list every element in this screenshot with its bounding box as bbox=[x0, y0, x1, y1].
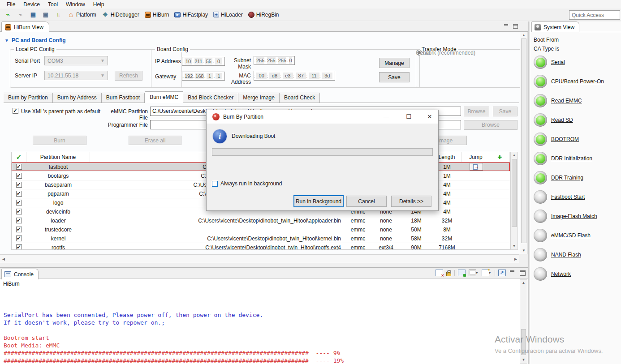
tab-system-view[interactable]: System View bbox=[531, 21, 579, 32]
ip-octet[interactable]: 55 bbox=[205, 58, 212, 64]
boot-step-label[interactable]: BOOTROM bbox=[551, 136, 579, 142]
burn-tab[interactable]: Board Check bbox=[280, 93, 320, 103]
menu-item[interactable]: File bbox=[3, 1, 19, 8]
console-output[interactable]: SerialPort has been connented, Please po… bbox=[4, 288, 517, 363]
mac-octet[interactable]: 11 bbox=[309, 73, 319, 79]
toolbar-app-button[interactable]: HiLoader bbox=[211, 10, 246, 19]
erase-all-button[interactable]: Erase all bbox=[129, 136, 181, 145]
toolbar-app-button[interactable]: HiDebugger bbox=[99, 10, 142, 20]
row-checkbox[interactable] bbox=[16, 227, 22, 232]
view-scrollbar[interactable]: ▲ ▼ bbox=[520, 32, 528, 254]
console-toolbar-button[interactable]: ▼ bbox=[520, 270, 526, 276]
toolbar-icon-button[interactable] bbox=[14, 10, 27, 20]
table-scrollbar[interactable]: ▲ ▼ bbox=[510, 152, 518, 250]
dialog-title-bar[interactable]: Burn By Partition — ☐ ✕ bbox=[207, 110, 438, 124]
console-toolbar-button[interactable]: ▼ bbox=[446, 270, 451, 276]
boot-step-label[interactable]: Fastboot Start bbox=[551, 194, 585, 200]
scrollbar-thumb[interactable] bbox=[521, 39, 526, 243]
row-checkbox[interactable] bbox=[16, 182, 22, 188]
boot-step-label[interactable]: NAND Flash bbox=[551, 252, 581, 258]
ip-address-field[interactable]: 10211550 bbox=[182, 57, 225, 66]
console-toolbar-button[interactable]: ▼ bbox=[458, 270, 466, 276]
toolbar-app-button[interactable]: HiRegBin bbox=[246, 10, 282, 19]
menu-item[interactable]: Window bbox=[62, 1, 89, 8]
browse-partition-button[interactable]: Browse bbox=[464, 107, 489, 116]
save-board-button[interactable]: Save bbox=[379, 72, 410, 82]
quick-access-input[interactable] bbox=[569, 10, 620, 20]
subnet-octet[interactable]: 255 bbox=[278, 57, 286, 64]
menu-item[interactable]: Help bbox=[89, 1, 108, 8]
gateway-octet[interactable]: 192 bbox=[185, 73, 193, 79]
table-row[interactable]: kernel C:\Users\vicente\Desktop\dinobot_… bbox=[12, 234, 510, 243]
scroll-up-icon[interactable]: ▲ bbox=[520, 280, 527, 286]
burn-tab[interactable]: Merge Image bbox=[238, 93, 280, 103]
serial-port-select[interactable]: COM3 ▼ bbox=[44, 56, 108, 65]
mac-octet[interactable]: 87 bbox=[296, 73, 306, 79]
console-toolbar-button[interactable]: ▼ bbox=[482, 270, 492, 276]
console-toolbar-button[interactable]: ▼ bbox=[436, 270, 443, 276]
burn-tab[interactable]: Bad Block Checker bbox=[183, 93, 238, 103]
table-row[interactable]: loader C:\Users\vicente\Desktop\dinobot_… bbox=[12, 216, 510, 225]
boot-step-label[interactable]: DDR Initialization bbox=[551, 155, 592, 162]
dialog-maximize-icon[interactable]: ☐ bbox=[405, 113, 413, 120]
horizontal-scrollbar[interactable]: ◄ ► bbox=[0, 254, 519, 263]
toolbar-icon-button[interactable] bbox=[2, 10, 14, 20]
mac-address-field[interactable]: 00d8e387113d bbox=[254, 71, 335, 81]
scrollbar-thumb[interactable] bbox=[512, 159, 517, 227]
tab-console[interactable]: Console bbox=[1, 269, 39, 279]
mac-octet[interactable]: 3d bbox=[322, 73, 332, 79]
console-toolbar-button[interactable]: ▼ bbox=[495, 270, 495, 276]
table-row[interactable]: trustedcore emmc none 50M 8M bbox=[12, 225, 510, 234]
boot-step-label[interactable]: DDR Training bbox=[551, 175, 583, 181]
subnet-octet[interactable]: 255 bbox=[256, 57, 264, 64]
minimize-panel-icon[interactable] bbox=[504, 24, 509, 29]
console-toolbar-button[interactable]: ▼ bbox=[498, 270, 506, 276]
console-scrollbar[interactable]: ▲ ▼ bbox=[520, 279, 527, 364]
row-checkbox[interactable] bbox=[16, 173, 22, 179]
scroll-right-icon[interactable]: ► bbox=[512, 255, 519, 263]
row-checkbox[interactable] bbox=[16, 209, 22, 214]
console-toolbar-button[interactable]: ▼ bbox=[509, 270, 517, 276]
burn-button[interactable]: Burn bbox=[33, 136, 86, 145]
jump-icon[interactable] bbox=[470, 163, 483, 171]
scroll-down-icon[interactable]: ▼ bbox=[520, 357, 527, 363]
boot-step-label[interactable]: Image-Flash Match bbox=[551, 213, 597, 219]
scroll-left-icon[interactable]: ◄ bbox=[0, 255, 7, 263]
scroll-up-icon[interactable]: ▲ bbox=[520, 32, 527, 39]
mac-octet[interactable]: e3 bbox=[283, 73, 293, 79]
boot-step-label[interactable]: Network bbox=[551, 271, 571, 277]
boot-step-label[interactable]: Serial bbox=[551, 59, 565, 65]
cancel-button[interactable]: Cancel bbox=[346, 196, 387, 207]
boot-step-label[interactable]: CPU/Board Power-On bbox=[551, 78, 604, 85]
toolbar-app-button[interactable]: HiFastplay bbox=[172, 10, 211, 19]
burn-tab[interactable]: Burn by Partition bbox=[4, 93, 53, 103]
row-checkbox[interactable] bbox=[16, 244, 22, 250]
burn-tab[interactable]: Burn Fastboot bbox=[102, 93, 145, 103]
plus-icon[interactable] bbox=[498, 153, 502, 161]
manage-button[interactable]: Manage bbox=[379, 58, 410, 68]
use-xml-checkbox[interactable] bbox=[13, 108, 18, 114]
console-toolbar-button[interactable]: ▼ bbox=[454, 270, 455, 276]
ip-octet[interactable]: 10 bbox=[185, 58, 192, 64]
maximize-panel-icon[interactable] bbox=[513, 24, 518, 29]
save-partition-button[interactable]: Save bbox=[493, 107, 518, 116]
column-partition-name[interactable]: Partition Name bbox=[26, 152, 90, 162]
scroll-down-icon[interactable]: ▼ bbox=[520, 248, 527, 254]
row-checkbox[interactable] bbox=[16, 200, 22, 206]
toolbar-icon-button[interactable] bbox=[39, 10, 52, 20]
menu-item[interactable]: Tool bbox=[44, 1, 62, 8]
gateway-octet[interactable]: 168 bbox=[195, 73, 203, 79]
row-checkbox[interactable] bbox=[16, 236, 22, 241]
boot-step-label[interactable]: Read EMMC bbox=[551, 98, 582, 104]
toolbar-app-button[interactable]: HiBurn bbox=[142, 10, 172, 19]
subnet-octet[interactable]: 0 bbox=[289, 57, 292, 64]
always-run-background-checkbox[interactable] bbox=[212, 181, 218, 187]
boot-step-label[interactable]: eMMC/SD Flash bbox=[551, 232, 591, 239]
row-checkbox[interactable] bbox=[16, 164, 22, 170]
table-row[interactable]: rootfs C:\Users\vicente\Desktop\dinobot_… bbox=[12, 243, 510, 250]
boot-step-label[interactable]: Read SD bbox=[551, 117, 573, 123]
console-toolbar-button[interactable]: ▼ bbox=[469, 270, 479, 276]
mac-octet[interactable]: d8 bbox=[269, 73, 280, 79]
toolbar-app-button[interactable]: Platform bbox=[65, 10, 99, 20]
row-checkbox[interactable] bbox=[16, 191, 22, 197]
